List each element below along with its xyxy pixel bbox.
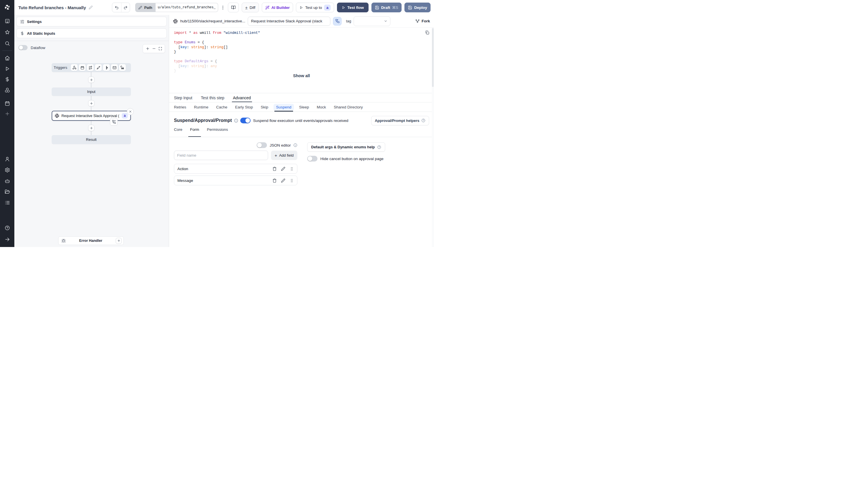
all-static-inputs-button[interactable]: All Static Inputs <box>16 28 167 38</box>
subtab-cache[interactable]: Cache <box>216 102 227 112</box>
create-plus-icon[interactable] <box>2 109 12 118</box>
edit-field-pencil-icon[interactable] <box>281 167 285 171</box>
inner-tabs-divider <box>169 137 434 137</box>
tab-step-input[interactable]: Step Input <box>174 93 192 102</box>
fork-button[interactable]: Fork <box>415 19 430 23</box>
subtab-sleep[interactable]: Sleep <box>299 102 309 112</box>
subtab-retries[interactable]: Retries <box>174 102 186 112</box>
drag-field-grip-icon[interactable] <box>290 167 294 171</box>
result-node[interactable]: Result <box>52 135 131 144</box>
email-trigger-icon[interactable] <box>111 64 118 71</box>
suspend-phone-badge-icon[interactable] <box>110 118 118 126</box>
scrollbar[interactable] <box>432 27 434 247</box>
test-flow-button[interactable]: Test flow <box>337 3 369 12</box>
websocket-plug-trigger-icon[interactable] <box>95 64 101 71</box>
docs-book-button[interactable] <box>228 3 239 12</box>
add-field-button[interactable]: + Add field <box>271 151 297 160</box>
help-circle-icon <box>377 145 381 149</box>
slack-approval-step-node[interactable]: Request Interactive Slack Approval (... … <box>52 111 131 121</box>
hub-script-path[interactable]: hub/11500/slack/request_interactive... <box>180 19 245 23</box>
hide-cancel-toggle[interactable] <box>307 156 317 162</box>
draft-button[interactable]: Draft ⌘S <box>371 3 402 12</box>
step-tabs: Step InputTest this stepAdvanced <box>169 93 434 102</box>
field-row-action[interactable]: Action <box>174 164 297 174</box>
collapse-arrow-icon[interactable] <box>2 235 12 244</box>
schedule-trigger-icon[interactable] <box>79 64 86 71</box>
scheduled-poll-trigger-icon[interactable] <box>119 64 126 71</box>
field-row-message[interactable]: Message <box>174 175 297 185</box>
more-options-kebab-icon[interactable] <box>220 5 226 10</box>
tab-test-this-step[interactable]: Test this step <box>201 93 224 102</box>
subtab-mock[interactable]: Mock <box>317 102 326 112</box>
step-node-badge: a <box>122 113 128 118</box>
settings-gear-icon[interactable] <box>2 166 12 174</box>
add-step-button[interactable] <box>88 100 94 107</box>
test-up-to-button[interactable]: Test up to a <box>296 3 334 12</box>
approval-prompt-helpers-button[interactable]: Approval/Prompt helpers <box>371 116 429 125</box>
webhook-trigger-icon[interactable] <box>71 64 77 71</box>
itab-core[interactable]: Core <box>174 127 182 135</box>
kafka-trigger-icon[interactable] <box>103 64 110 71</box>
http-route-trigger-icon[interactable] <box>87 64 94 71</box>
ai-robot-icon[interactable] <box>2 176 12 185</box>
windmill-logo-icon[interactable] <box>0 0 14 14</box>
add-step-button[interactable] <box>88 77 94 83</box>
ai-builder-button[interactable]: AI Builder <box>262 3 293 12</box>
subtab-suspend[interactable]: Suspend <box>276 102 291 112</box>
runs-play-icon[interactable] <box>2 64 12 73</box>
subtab-skip[interactable]: Skip <box>261 102 268 112</box>
suspend-phone-toggle-button[interactable] <box>333 17 341 25</box>
info-icon[interactable] <box>234 118 238 123</box>
flow-settings-button[interactable]: Settings <box>16 17 167 26</box>
workspace-icon[interactable] <box>2 17 12 25</box>
dataflow-toggle[interactable] <box>18 45 27 50</box>
fit-view-icon[interactable] <box>159 47 162 51</box>
zoom-out-icon[interactable] <box>152 47 156 51</box>
edit-title-pencil-icon[interactable] <box>89 5 93 10</box>
default-args-help-button[interactable]: Default args & Dynamic enums help <box>307 142 385 152</box>
tag-select[interactable] <box>354 16 390 26</box>
itab-form[interactable]: Form <box>190 127 199 135</box>
suspend-enable-toggle[interactable] <box>240 118 251 124</box>
folders-icon[interactable] <box>2 187 12 196</box>
zoom-in-icon[interactable] <box>146 47 150 51</box>
itab-permissions[interactable]: Permissions <box>207 127 228 135</box>
subtab-runtime[interactable]: Runtime <box>194 102 208 112</box>
diff-button[interactable]: ±Diff <box>242 3 259 12</box>
logs-list-icon[interactable] <box>2 198 12 207</box>
user-icon[interactable] <box>2 155 12 163</box>
search-icon[interactable] <box>2 39 12 48</box>
variables-dollar-icon[interactable] <box>2 75 12 83</box>
error-handler-node[interactable]: Error Handler <box>58 236 124 245</box>
subtab-early-stop[interactable]: Early Stop <box>235 102 253 112</box>
chevron-down-icon <box>384 19 388 23</box>
json-editor-toggle[interactable] <box>257 142 267 148</box>
favorites-star-icon[interactable] <box>2 28 12 36</box>
triggers-bar[interactable]: Triggers <box>52 63 131 72</box>
deploy-button[interactable]: Deploy <box>404 3 430 12</box>
step-name-input[interactable] <box>248 17 330 26</box>
edit-field-pencil-icon[interactable] <box>281 178 285 183</box>
delete-step-x-button[interactable] <box>127 108 134 115</box>
add-step-button[interactable] <box>88 125 94 131</box>
add-error-handler-button[interactable] <box>116 238 122 244</box>
field-name-input[interactable] <box>174 151 268 160</box>
help-icon[interactable] <box>2 224 12 232</box>
subtab-shared-directory[interactable]: Shared Directory <box>334 102 363 112</box>
delete-field-trash-icon[interactable] <box>272 178 277 183</box>
tab-advanced[interactable]: Advanced <box>233 93 251 102</box>
path-pill[interactable]: Path <box>135 3 155 12</box>
drag-field-grip-icon[interactable] <box>290 178 294 183</box>
path-pencil-icon <box>138 6 142 10</box>
path-input[interactable] <box>155 3 218 12</box>
input-node[interactable]: Input <box>52 88 131 96</box>
code-preview[interactable]: import * as wmill from "windmill-client"… <box>169 27 434 71</box>
delete-field-trash-icon[interactable] <box>272 167 277 171</box>
resources-boxes-icon[interactable] <box>2 86 12 94</box>
copy-code-icon[interactable] <box>425 31 429 36</box>
schedules-calendar-icon[interactable] <box>2 99 12 108</box>
home-icon[interactable] <box>2 54 12 62</box>
undo-button[interactable] <box>112 3 121 12</box>
redo-button[interactable] <box>121 3 130 12</box>
info-icon[interactable] <box>293 143 297 147</box>
